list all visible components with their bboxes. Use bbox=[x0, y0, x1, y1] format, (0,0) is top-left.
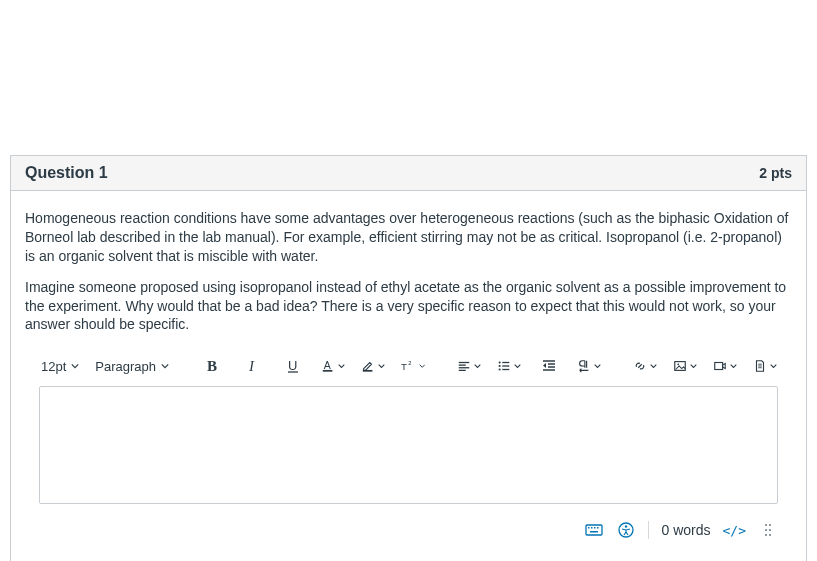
chevron-down-icon bbox=[514, 362, 521, 370]
paragraph-direction-icon bbox=[577, 358, 591, 374]
resize-handle[interactable] bbox=[758, 520, 778, 540]
chevron-down-icon bbox=[338, 362, 345, 370]
svg-rect-33 bbox=[588, 527, 590, 529]
svg-point-17 bbox=[499, 369, 501, 371]
link-icon bbox=[633, 358, 647, 374]
html-view-button[interactable]: </> bbox=[723, 522, 746, 540]
chevron-down-icon bbox=[690, 362, 697, 370]
bold-button[interactable]: B bbox=[197, 352, 229, 380]
chevron-down-icon bbox=[594, 362, 601, 370]
chevron-down-icon bbox=[378, 362, 385, 370]
question-body: Homogeneous reaction conditions have som… bbox=[11, 191, 806, 561]
keyboard-icon bbox=[585, 523, 603, 537]
question-title: Question 1 bbox=[25, 164, 108, 182]
superscript-icon: T2 bbox=[401, 358, 416, 374]
svg-text:A: A bbox=[324, 359, 331, 371]
svg-point-44 bbox=[765, 534, 767, 536]
chevron-down-icon bbox=[71, 362, 79, 370]
chevron-down-icon bbox=[650, 362, 657, 370]
svg-rect-37 bbox=[590, 531, 598, 533]
underline-button[interactable]: U bbox=[277, 352, 309, 380]
svg-rect-35 bbox=[594, 527, 596, 529]
accessibility-checker-button[interactable] bbox=[616, 520, 636, 540]
text-color-icon: A bbox=[321, 358, 335, 374]
chevron-down-icon bbox=[474, 362, 481, 370]
svg-rect-32 bbox=[586, 525, 602, 535]
svg-point-45 bbox=[769, 534, 771, 536]
chevron-down-icon bbox=[770, 362, 777, 370]
document-icon bbox=[753, 358, 767, 374]
svg-rect-6 bbox=[363, 370, 373, 372]
svg-point-24 bbox=[677, 364, 679, 366]
image-icon bbox=[673, 358, 687, 374]
question-paragraph-1: Homogeneous reaction conditions have som… bbox=[25, 209, 792, 266]
indent-button[interactable] bbox=[533, 352, 565, 380]
svg-point-41 bbox=[769, 524, 771, 526]
svg-point-40 bbox=[765, 524, 767, 526]
svg-text:T: T bbox=[401, 361, 407, 372]
bullet-list-icon bbox=[497, 358, 511, 374]
document-button[interactable] bbox=[749, 352, 781, 380]
highlight-color-button[interactable] bbox=[357, 352, 389, 380]
list-button[interactable] bbox=[493, 352, 525, 380]
block-format-select[interactable]: Paragraph bbox=[91, 352, 173, 380]
question-card: Question 1 2 pts Homogeneous reaction co… bbox=[10, 155, 807, 561]
word-count: 0 words bbox=[661, 521, 710, 540]
question-header: Question 1 2 pts bbox=[11, 156, 806, 191]
text-color-button[interactable]: A bbox=[317, 352, 349, 380]
svg-text:B: B bbox=[207, 358, 217, 374]
svg-point-13 bbox=[499, 362, 501, 364]
svg-rect-25 bbox=[715, 363, 723, 370]
svg-point-15 bbox=[499, 365, 501, 367]
svg-text:U: U bbox=[288, 358, 297, 373]
svg-text:I: I bbox=[248, 358, 255, 374]
question-paragraph-2: Imagine someone proposed using isopropan… bbox=[25, 278, 792, 335]
keyboard-shortcuts-button[interactable] bbox=[584, 520, 604, 540]
editor-toolbar: 12pt Paragraph B I U A bbox=[25, 346, 792, 386]
svg-point-39 bbox=[625, 526, 627, 528]
font-size-select[interactable]: 12pt bbox=[37, 352, 83, 380]
link-button[interactable] bbox=[629, 352, 661, 380]
more-tools-button[interactable] bbox=[805, 352, 817, 380]
media-icon bbox=[713, 358, 727, 374]
superscript-button[interactable]: T2 bbox=[397, 352, 429, 380]
svg-rect-34 bbox=[591, 527, 593, 529]
align-button[interactable] bbox=[453, 352, 485, 380]
italic-icon: I bbox=[245, 358, 261, 374]
kebab-icon bbox=[813, 358, 817, 374]
media-button[interactable] bbox=[709, 352, 741, 380]
editor-status-bar: 0 words </> bbox=[25, 514, 792, 550]
chevron-down-icon bbox=[161, 362, 169, 370]
block-format-label: Paragraph bbox=[95, 358, 156, 376]
chevron-down-icon bbox=[419, 362, 425, 370]
text-direction-button[interactable] bbox=[573, 352, 605, 380]
font-size-label: 12pt bbox=[41, 358, 66, 376]
outdent-icon bbox=[541, 358, 557, 374]
svg-point-43 bbox=[769, 529, 771, 531]
chevron-down-icon bbox=[730, 362, 737, 370]
rich-text-editor[interactable] bbox=[39, 386, 778, 504]
svg-rect-5 bbox=[323, 370, 333, 372]
status-separator bbox=[648, 521, 649, 539]
highlight-icon bbox=[361, 358, 375, 374]
svg-text:2: 2 bbox=[408, 361, 411, 367]
bold-icon: B bbox=[205, 358, 221, 374]
question-points: 2 pts bbox=[759, 165, 792, 181]
image-button[interactable] bbox=[669, 352, 701, 380]
align-left-icon bbox=[457, 358, 471, 374]
svg-point-42 bbox=[765, 529, 767, 531]
underline-icon: U bbox=[285, 358, 301, 374]
drag-handle-icon bbox=[763, 522, 773, 538]
svg-rect-36 bbox=[597, 527, 599, 529]
italic-button[interactable]: I bbox=[237, 352, 269, 380]
accessibility-icon bbox=[618, 522, 634, 538]
